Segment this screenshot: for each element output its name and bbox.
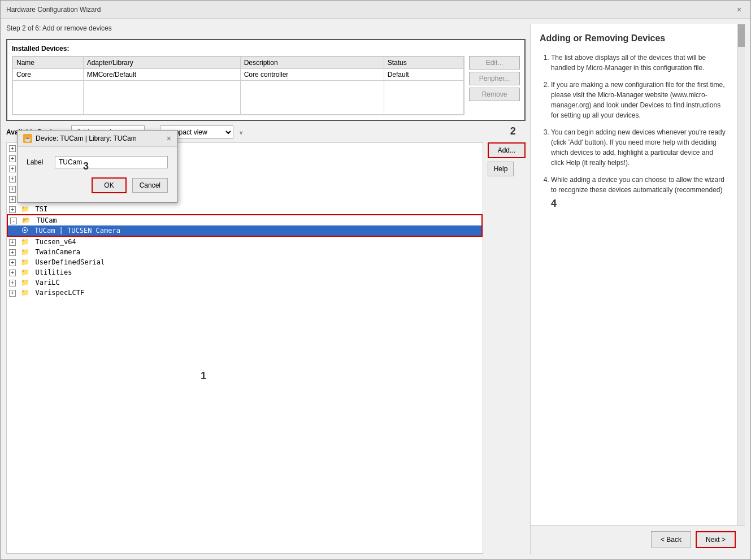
installed-devices-section: Installed Devices: Name Adapter/Library …	[6, 39, 526, 121]
add-button-container: 2 Add...	[488, 142, 526, 158]
available-main: + 📁 TIScam + 📁 Tofra +	[6, 142, 526, 554]
step-label: Step 2 of 6: Add or remove devices	[6, 24, 526, 32]
bottom-nav: < Back Next >	[531, 525, 745, 554]
table-row-empty	[13, 81, 464, 115]
close-button[interactable]: ×	[733, 4, 745, 15]
edit-button[interactable]: Edit...	[469, 56, 520, 70]
expand-icon[interactable]: +	[9, 280, 16, 286]
expand-icon[interactable]: +	[9, 239, 16, 246]
folder-icon: 📂	[22, 216, 31, 224]
list-item[interactable]: + 📁 VariLC	[7, 277, 483, 288]
next-button-highlight: Next >	[696, 531, 736, 548]
cancel-button[interactable]: Cancel	[132, 178, 168, 193]
col-status: Status	[384, 57, 463, 69]
tucam-highlight-box: - 📂 TUCam ⦿ TUCam | TUCSEN Camera	[7, 214, 483, 237]
col-description: Description	[240, 57, 384, 69]
cell-name: Core	[13, 69, 84, 81]
cell-adapter: MMCore/Default	[83, 69, 240, 81]
expand-icon[interactable]: +	[9, 290, 16, 297]
folder-icon: 📁	[21, 238, 29, 246]
window-title: Hardware Configuration Wizard	[6, 6, 101, 14]
list-item[interactable]: + 📁 TSI	[7, 204, 483, 214]
label-field-label: Label	[27, 158, 49, 166]
expand-icon[interactable]: +	[9, 186, 16, 193]
expand-icon[interactable]: +	[9, 249, 16, 256]
expand-icon[interactable]: -	[10, 218, 17, 224]
next-button[interactable]: Next >	[697, 532, 735, 547]
col-adapter: Adapter/Library	[83, 57, 240, 69]
help-button[interactable]: Help	[488, 162, 514, 176]
cell-status: Default	[384, 69, 463, 81]
back-button[interactable]: < Back	[651, 531, 691, 548]
expand-icon[interactable]: +	[9, 259, 16, 266]
instruction-1: The list above displays all of the devic…	[551, 53, 728, 73]
folder-icon: 📁	[21, 268, 29, 276]
folder-icon: 📁	[21, 258, 29, 266]
tucam-child-item[interactable]: ⦿ TUCam | TUCSEN Camera	[8, 225, 481, 236]
expand-icon[interactable]: +	[9, 270, 16, 276]
dialog-title-left: ☕ Device: TUCam | Library: TUCam	[23, 134, 137, 143]
label-input[interactable]	[55, 156, 168, 168]
available-side-buttons: 2 Add... Help	[488, 142, 526, 554]
add-button[interactable]: Add...	[489, 144, 524, 157]
tucam-parent-item[interactable]: - 📂 TUCam	[8, 215, 481, 225]
col-name: Name	[13, 57, 84, 69]
main-window: Hardware Configuration Wizard × Step 2 o…	[0, 0, 751, 560]
instruction-3: You can begin adding new devices wheneve…	[551, 127, 728, 168]
expand-icon[interactable]: +	[9, 145, 16, 152]
folder-icon: 📁	[21, 279, 29, 286]
scrollbar-thumb[interactable]	[738, 24, 745, 47]
ok-button-highlight: OK	[92, 177, 126, 193]
list-item[interactable]: + 📁 TwainCamera	[7, 247, 483, 257]
instruction-2: If you are making a new configuration fi…	[551, 80, 728, 120]
remove-button[interactable]: Remove	[469, 88, 520, 101]
folder-icon: 📁	[21, 205, 29, 213]
right-panel-title: Adding or Removing Devices	[540, 33, 728, 44]
label-field-row: Label	[27, 156, 168, 168]
dialog-icon: ☕	[23, 134, 32, 143]
expand-icon[interactable]: +	[9, 155, 16, 162]
expand-icon[interactable]: +	[9, 176, 16, 183]
expand-icon[interactable]: +	[9, 166, 16, 172]
dropdown2-chevron-icon: ∨	[239, 129, 243, 136]
right-panel: Adding or Removing Devices The list abov…	[530, 24, 745, 554]
title-bar: Hardware Configuration Wizard ×	[1, 1, 750, 19]
right-scrollbar[interactable]	[737, 24, 745, 525]
dialog-close-button[interactable]: ×	[167, 134, 171, 143]
list-item[interactable]: + 📁 Utilities	[7, 267, 483, 277]
instructions-list: The list above displays all of the devic…	[540, 53, 728, 210]
devices-area: Name Adapter/Library Description Status …	[12, 56, 520, 115]
right-content-wrapper: Adding or Removing Devices The list abov…	[531, 24, 737, 525]
expand-icon[interactable]: +	[9, 206, 16, 213]
right-content: Adding or Removing Devices The list abov…	[531, 24, 737, 525]
dialog-title-text: Device: TUCam | Library: TUCam	[36, 134, 137, 142]
annotation-1: 1	[201, 370, 206, 382]
dialog-overlay: ☕ Device: TUCam | Library: TUCam × Label…	[17, 130, 177, 203]
folder-icon: 📁	[21, 248, 29, 256]
add-btn-highlight: Add...	[488, 142, 526, 158]
cell-description: Core controller	[240, 69, 384, 81]
instruction-4: While adding a device you can choose to …	[551, 175, 728, 210]
right-panel-inner: Adding or Removing Devices The list abov…	[531, 24, 745, 525]
table-row[interactable]: Core MMCore/Default Core controller Defa…	[13, 69, 464, 81]
list-item[interactable]: + 📁 Tucsen_v64	[7, 237, 483, 247]
list-item[interactable]: + 📁 UserDefinedSerial	[7, 257, 483, 267]
installed-devices-title: Installed Devices:	[12, 45, 520, 53]
dialog-body: Label 3 OK Cancel	[18, 147, 177, 202]
list-item[interactable]: + 📁 VarispecLCTF	[7, 288, 483, 298]
annotation-2: 2	[510, 125, 516, 137]
annotation-3: 3	[83, 160, 89, 172]
folder-icon: 📁	[21, 289, 29, 297]
device-tree[interactable]: + 📁 TIScam + 📁 Tofra +	[6, 142, 483, 554]
peripher-button[interactable]: Peripher...	[469, 72, 520, 85]
ok-button[interactable]: OK	[93, 179, 125, 192]
dialog-buttons-area: 3 OK Cancel	[27, 177, 168, 193]
annotation-4: 4	[551, 198, 557, 209]
installed-side-buttons: Edit... Peripher... Remove	[469, 56, 520, 115]
dialog-title-bar: ☕ Device: TUCam | Library: TUCam ×	[18, 131, 177, 147]
dialog-box: ☕ Device: TUCam | Library: TUCam × Label…	[17, 130, 177, 203]
dot-icon: ⦿	[21, 227, 28, 235]
expand-icon[interactable]: +	[9, 196, 16, 203]
installed-devices-table: Name Adapter/Library Description Status …	[12, 56, 465, 115]
